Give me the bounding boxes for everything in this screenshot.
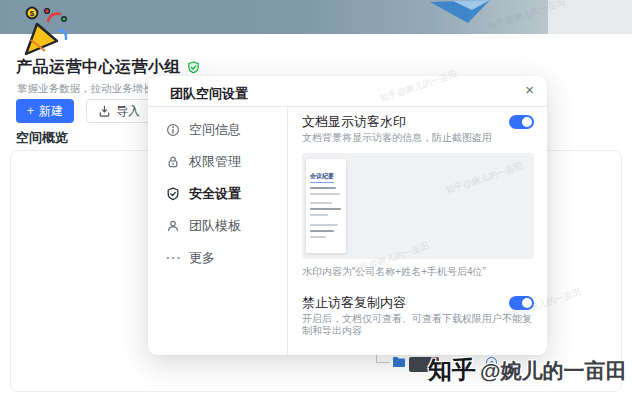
- sidebar-item-permissions[interactable]: 权限管理: [148, 151, 287, 172]
- modal-title: 团队空间设置: [170, 85, 248, 103]
- sidebar-item-label: 团队模板: [189, 217, 241, 235]
- import-icon: [98, 105, 111, 118]
- new-button-label: 新建: [39, 103, 63, 120]
- ellipsis-icon: ···: [166, 250, 180, 265]
- sidebar-item-label: 权限管理: [189, 153, 241, 171]
- copy-restrict-toggle[interactable]: [509, 296, 534, 310]
- info-circle-icon: [166, 123, 180, 137]
- watermark-preview-panel: 会议纪要: [302, 153, 534, 259]
- sidebar-item-templates[interactable]: 团队模板: [148, 215, 287, 236]
- setting-row-copy: 禁止访客复制内容: [302, 295, 534, 310]
- team-space-settings-modal: 团队空间设置 × 空间信息 权限管理 安全设置: [148, 76, 547, 355]
- banner-corner: [548, 0, 632, 34]
- toggle-knob: [522, 117, 532, 127]
- settings-sidebar: 空间信息 权限管理 安全设置 团队模板 ···: [148, 107, 288, 355]
- sidebar-item-more[interactable]: ··· 更多: [148, 247, 287, 268]
- party-popper-logo-icon[interactable]: $: [20, 4, 70, 60]
- setting-title: 文档显示访客水印: [302, 114, 406, 129]
- verified-badge-icon: [187, 61, 200, 74]
- modal-header: 团队空间设置 ×: [148, 76, 547, 107]
- sidebar-item-label: 空间信息: [189, 121, 241, 139]
- setting-description: 文档背景将显示访客的信息，防止截图盗用: [302, 132, 534, 144]
- watermark-caption: 水印内容为“公司名称+姓名+手机号后4位”: [302, 265, 534, 279]
- zhihu-watermark: 知乎 @婉儿的一亩田: [428, 354, 626, 386]
- thumbnail-doc-title: 会议纪要: [310, 172, 334, 183]
- settings-content: 文档显示访客水印 文档背景将显示访客的信息，防止截图盗用 会议纪要 水印内容为“…: [302, 107, 534, 355]
- paper-plane-decoration-icon: [428, 0, 492, 24]
- zhihu-handle: @婉儿的一亩田: [480, 357, 626, 385]
- sidebar-item-space-info[interactable]: 空间信息: [148, 119, 287, 140]
- team-header: 产品运营中心运营小组: [16, 57, 200, 78]
- import-button-label: 导入: [116, 103, 140, 120]
- close-icon[interactable]: ×: [525, 81, 534, 99]
- shield-icon: [166, 187, 180, 201]
- new-button[interactable]: + 新建: [16, 99, 74, 123]
- team-name: 产品运营中心运营小组: [16, 57, 181, 78]
- section-title-space-overview: 空间概览: [16, 129, 68, 147]
- sidebar-item-label: 更多: [189, 249, 215, 267]
- lock-icon: [166, 155, 180, 169]
- svg-text:$: $: [30, 9, 35, 18]
- document-thumbnail: 会议纪要: [306, 159, 346, 253]
- setting-title: 禁止访客复制内容: [302, 295, 406, 310]
- plus-icon: +: [27, 104, 34, 118]
- watermark-toggle[interactable]: [509, 115, 534, 129]
- sidebar-item-label: 安全设置: [189, 185, 241, 203]
- zhihu-brand: 知乎: [428, 354, 476, 386]
- import-button[interactable]: 导入: [86, 99, 152, 123]
- person-icon: [166, 219, 180, 233]
- setting-row-watermark: 文档显示访客水印: [302, 114, 534, 129]
- setting-description: 开启后，文档仅可查看、可查看下载权限用户不能复制和导出内容: [302, 313, 534, 337]
- screen: $ 产品运营中心运营小组 掌握业务数据，拉动业务增长 + 新建 导入: [0, 0, 632, 400]
- sidebar-item-security[interactable]: 安全设置: [148, 183, 287, 204]
- toggle-knob: [522, 298, 532, 308]
- folder-icon: [392, 356, 406, 368]
- team-subtitle: 掌握业务数据，拉动业务增长: [17, 82, 154, 96]
